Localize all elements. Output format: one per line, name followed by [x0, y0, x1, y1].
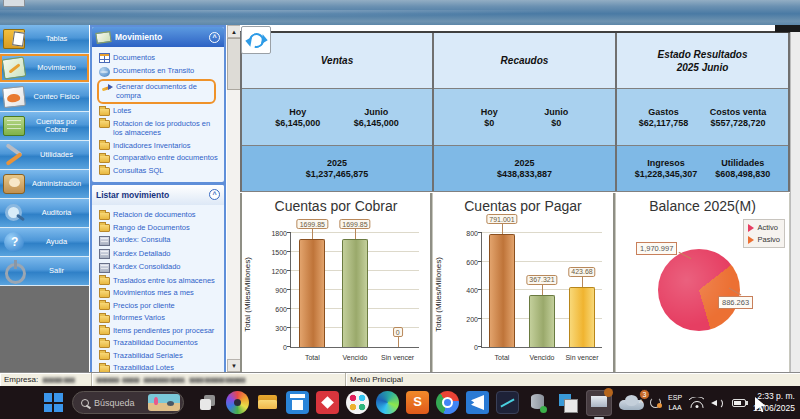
chrome-icon[interactable] [436, 391, 459, 414]
menu-item-label: Kardex: Consulta [113, 235, 171, 244]
vertical-scrollbar[interactable]: ▲ ▼ [226, 25, 240, 372]
menu-item-kardex-detallado[interactable]: Kardex Detallado [97, 247, 222, 261]
dark-console-app-icon[interactable] [496, 391, 519, 414]
battery-icon[interactable] [732, 399, 746, 407]
menu-item-kardex-consolidado[interactable]: Kardex Consolidado [97, 261, 222, 275]
menu-item-rotacion-de-los-productos-en-los-almacenes[interactable]: Rotacion de los productos en los almacen… [97, 117, 222, 139]
bar-total[interactable] [299, 239, 325, 347]
menu-item-precios-por-cliente[interactable]: Precios por cliente [97, 299, 222, 312]
label-stem [582, 277, 583, 287]
bar-vencido[interactable] [342, 239, 368, 347]
collapse-icon[interactable]: ^ [209, 32, 220, 43]
file-explorer-icon[interactable] [256, 391, 279, 414]
scroll-down-icon[interactable]: ▼ [227, 359, 241, 372]
scrollbar-thumb[interactable] [227, 38, 241, 90]
stat-value: $6,145,000 [354, 118, 399, 128]
stat-value: $438,833,887 [497, 169, 552, 179]
wifi-icon[interactable] [689, 397, 704, 408]
color-wheel-app-icon[interactable] [226, 391, 249, 414]
sidebar-item-administracion[interactable]: Administración [0, 170, 89, 199]
sidebar-item-ayuda[interactable]: Ayuda [0, 228, 89, 257]
y-tick-label: 1500 [271, 249, 287, 256]
stat-label: 2025 [306, 158, 369, 168]
sidebar-item-movimiento[interactable]: Movimiento [0, 54, 89, 83]
collapse-icon[interactable]: ^ [209, 189, 220, 200]
y-tick-label: 400 [466, 287, 478, 294]
stat-label: 2025 [497, 158, 552, 168]
dots-app-icon[interactable] [346, 391, 369, 414]
legend-marker [748, 236, 754, 244]
menu-item-trazabilidad-seriales[interactable]: Trazabilidad Seriales [97, 349, 222, 362]
folder-icon [99, 167, 110, 175]
bar-vencido[interactable] [529, 295, 555, 347]
table-icon [99, 53, 110, 63]
menu-item-rango-de-documentos[interactable]: Rango de Documentos [97, 221, 222, 234]
menu-item-kardex-consulta[interactable]: Kardex: Consulta [97, 234, 222, 248]
x-category-label: Sin vencer [376, 354, 419, 361]
section-listar-movimiento: Listar movimiento ^ Relacion de document… [92, 185, 224, 373]
x-category-label: Sin vencer [562, 354, 602, 361]
stat-value: $608,498,830 [715, 169, 770, 179]
menu-item-trazabilidad-lotes[interactable]: Trazabilidad Lotes [97, 362, 222, 373]
language-indicator[interactable]: ESP LAA [668, 393, 682, 411]
sidebar-item-tablas[interactable]: Tablas [0, 25, 89, 54]
windows-start-icon[interactable] [44, 393, 63, 412]
y-tick-label: 0 [283, 344, 287, 351]
menu-item-label: Generar documentos de compra [116, 82, 211, 101]
statusbar: Empresa: ▮▮▮▮▮▮▮ ▮▮▮▮ ▮▮▮▮▮▮▮▮ - ▮▮▮▮▮▮ … [0, 372, 800, 386]
bar-total[interactable] [489, 234, 515, 347]
menu-item-comparativo-entre-documentos[interactable]: Comparativo entre documentos [97, 152, 222, 165]
sidebar-item-auditoria[interactable]: Auditoria [0, 199, 89, 228]
menu-item-documentos[interactable]: Documentos [97, 51, 222, 65]
bar-value-label: 1699.85 [297, 219, 328, 229]
menu-item-consultas-sql[interactable]: Consultas SQL [97, 164, 222, 177]
microsoft-edge-icon[interactable] [376, 391, 399, 414]
search-icon [81, 399, 89, 407]
redacted-text: ▮▮▮▮▮ ▮▮▮▮▮▮▮ ▮▮▮▮▮▮▮ [189, 376, 245, 384]
menu-item-items-pendientes-por-procesar[interactable]: Items pendientes por procesar [97, 324, 222, 337]
menu-item-indicadores-inventarios[interactable]: Indicadores Inventarios [97, 139, 222, 152]
scroll-up-icon[interactable]: ▲ [227, 25, 241, 38]
menu-item-lotes[interactable]: Lotes [97, 105, 222, 118]
red-diamond-app-icon[interactable] [316, 391, 339, 414]
label-stem [312, 229, 313, 239]
menu-item-relacion-de-documentos[interactable]: Relacion de documentos [97, 209, 222, 222]
folder-icon [99, 352, 110, 360]
menu-item-movimientos-mes-a-mes[interactable]: Movimientos mes a mes [97, 287, 222, 300]
menu-item-trazabilidad-documentos[interactable]: Trazabilidad Documentos [97, 337, 222, 350]
legend-marker [748, 224, 754, 232]
sidebar-item-salir[interactable]: Salir [0, 257, 89, 286]
sync-status-icon[interactable] [650, 397, 661, 408]
volume-icon[interactable] [711, 397, 725, 408]
folder-icon [99, 340, 110, 348]
database-app-icon[interactable] [526, 391, 549, 414]
search-input[interactable]: Búsqueda [72, 391, 184, 414]
menu-item-documentos-en-transito[interactable]: Documentos en Transito [97, 65, 222, 79]
menu-list-movimiento: DocumentosDocumentos en TransitoGenerar … [92, 47, 224, 182]
menu-item-label: Kardex Detallado [113, 249, 171, 258]
orange-s-app-icon[interactable]: S [406, 391, 429, 414]
layered-windows-app-icon[interactable] [556, 391, 579, 414]
menu-item-label: Lotes [113, 106, 131, 115]
section-header-movimiento: Movimiento ^ [92, 27, 224, 47]
ledger-icon [3, 116, 25, 136]
sidebar-item-conteo-fisico[interactable]: Conteo Fisico [0, 83, 89, 112]
vscode-icon[interactable] [466, 391, 489, 414]
menu-item-label: Precios por cliente [113, 301, 175, 310]
sidebar-item-utilidades[interactable]: Utilidades [0, 141, 89, 170]
legend-label: Pasivo [757, 235, 780, 244]
task-view-icon[interactable] [196, 391, 219, 414]
menu-item-informes-varios[interactable]: Informes Varios [97, 312, 222, 325]
y-tick-label: 600 [466, 259, 478, 266]
section-movimiento: Movimiento ^ DocumentosDocumentos en Tra… [92, 27, 224, 182]
menu-item-generar-documentos-de-compra[interactable]: Generar documentos de compra [97, 79, 216, 104]
menu-item-traslados-entre-los-almacenes[interactable]: Traslados entre los almacenes [97, 274, 222, 287]
bar-value-label: 791.001 [486, 214, 517, 224]
microsoft-store-icon[interactable] [286, 391, 309, 414]
active-presentation-app-icon[interactable] [586, 390, 612, 416]
menu-item-label: Informes Varios [113, 313, 165, 322]
pie-chart [658, 249, 740, 331]
sidebar-item-cuentas-por-cobrar[interactable]: Cuentas por Cobrar [0, 112, 89, 141]
refresh-button[interactable] [241, 26, 271, 54]
bar-sin-vencer[interactable] [569, 287, 595, 347]
